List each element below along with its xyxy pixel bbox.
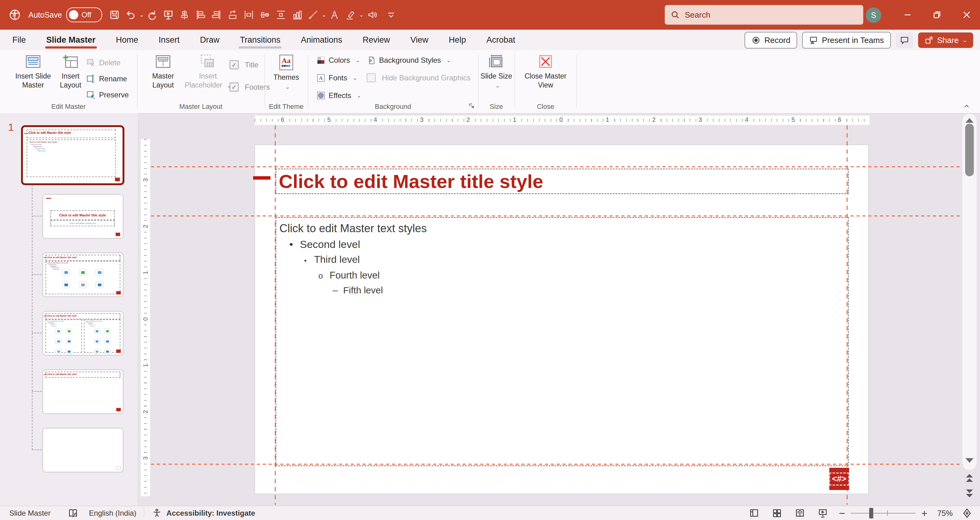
colors-button[interactable]: Colors⌄ [316,55,360,65]
effects-icon [316,91,326,100]
hide-background-graphics-checkbox[interactable]: ✓ Hide Background Graphics [367,73,471,82]
share-button[interactable]: Share ⌄ [918,32,973,48]
insert-layout-button[interactable]: Insert Layout [52,54,89,90]
insert-placeholder-button[interactable]: Insert Placeholder ⌄ [183,54,233,90]
previous-slide-button[interactable] [964,472,974,484]
body-level-2[interactable]: •Second level [290,238,848,251]
status-language[interactable]: English (India) [89,509,136,517]
line-dropdown-icon[interactable]: ⌄ [322,11,326,18]
distribute-vertical-icon[interactable] [273,7,289,23]
close-master-view-button[interactable]: Close Master View [519,54,572,90]
rename-button[interactable]: Rename [86,74,127,84]
customize-qat-icon[interactable] [383,7,399,23]
slide-number-placeholder[interactable]: <#> [829,468,849,490]
tab-file[interactable]: File [13,30,26,50]
scroll-down-arrow[interactable] [966,458,974,463]
status-accessibility[interactable]: Accessibility: Investigate [167,509,255,517]
master-title-text[interactable]: Click to edit Master title style [276,170,543,192]
minimize-button[interactable] [894,0,921,30]
body-placeholder[interactable]: Click to edit Master text styles •Second… [275,217,849,466]
guide-horizontal-title[interactable] [151,166,963,167]
zoom-slider-thumb[interactable] [869,508,873,518]
title-checkbox[interactable]: ✓ Title [230,60,258,69]
master-layout-button[interactable]: Master Layout [143,54,183,90]
body-level-1[interactable]: Click to edit Master text styles [279,222,848,235]
autosave-toggle[interactable]: Off [66,8,102,22]
align-middle-icon[interactable] [257,7,273,23]
tab-slide-master[interactable]: Slide Master [46,30,95,50]
themes-button[interactable]: Aa Themes ⌄ [266,54,307,90]
close-button[interactable] [953,0,980,30]
redo-icon[interactable] [144,7,160,23]
scroll-up-arrow[interactable] [966,118,974,123]
distribute-horizontal-icon[interactable] [241,7,257,23]
background-dialog-launcher[interactable] [468,102,477,111]
highlighter-icon[interactable] [342,7,359,23]
tab-home[interactable]: Home [116,30,138,50]
align-center-icon[interactable] [177,7,192,23]
draw-line-icon[interactable] [305,7,321,23]
slide-size-button[interactable]: Slide Size ⌄ [480,54,512,90]
slide-sorter-view-icon[interactable] [768,507,786,519]
effects-button[interactable]: Effects⌄ [316,91,361,100]
thumbnail-layout-title-slide[interactable]: Click to edit Master title style Click t… [42,194,124,239]
zoom-percentage[interactable]: 75% [933,509,953,518]
thumbnail-layout-two-content[interactable]: Click to edit Master title style Click t… [42,311,124,355]
fit-slide-to-window-icon[interactable] [958,507,976,519]
vertical-ruler[interactable]: 3210123 [141,139,150,496]
body-level-3[interactable]: ▪Third level [304,253,848,267]
scrollbar-thumb[interactable] [965,124,974,176]
highlighter-dropdown-icon[interactable]: ⌄ [359,11,364,18]
preserve-button[interactable]: Preserve [86,90,129,100]
column-chart-icon[interactable] [289,7,305,23]
rotate-text-up-icon[interactable] [225,7,241,23]
body-level-4[interactable]: oFourth level [318,269,848,282]
tab-insert[interactable]: Insert [159,30,180,50]
tab-acrobat[interactable]: Acrobat [487,30,515,50]
thumbnail-layout-title-only[interactable]: Click to edit Master title style [42,369,124,414]
tab-draw[interactable]: Draw [200,30,220,50]
align-right-icon[interactable] [208,7,225,23]
spellcheck-icon[interactable] [68,508,78,518]
tab-transitions[interactable]: Transitions [240,30,280,50]
body-level-5[interactable]: –Fifth level [332,284,848,296]
search-input[interactable] [684,10,858,20]
save-icon[interactable] [107,7,123,23]
collapse-ribbon-icon[interactable] [962,103,971,110]
thumbnail-layout-title-content[interactable]: Click to edit Master title style Click t… [42,252,124,297]
guide-horizontal-body[interactable] [151,216,963,216]
thumbnail-slide-master[interactable]: Click to edit Master title style Click t… [21,125,124,185]
next-slide-button[interactable] [964,488,974,499]
tab-view[interactable]: View [410,30,428,50]
horizontal-ruler[interactable]: 6543210123456 [255,116,870,125]
reading-view-icon[interactable] [791,507,808,519]
tab-animations[interactable]: Animations [301,30,342,50]
align-left-icon[interactable] [192,7,208,23]
search-box[interactable] [665,5,863,25]
read-aloud-icon[interactable] [364,7,380,23]
background-styles-button[interactable]: Background Styles⌄ [367,55,451,65]
font-icon[interactable] [326,7,342,23]
delete-button[interactable]: Delete [86,58,120,67]
record-button[interactable]: Record [745,32,797,49]
title-placeholder[interactable]: Click to edit Master title style [275,168,849,194]
insert-slide-master-button[interactable]: Insert Slide Master [10,54,56,90]
tab-review[interactable]: Review [363,30,390,50]
avatar[interactable]: S [866,8,881,23]
tab-help[interactable]: Help [449,30,466,50]
thumbnail-layout-blank[interactable] [42,428,124,472]
undo-icon[interactable] [123,7,138,23]
zoom-slider[interactable] [851,513,916,514]
zoom-in-button[interactable]: + [921,507,928,519]
start-slideshow-icon[interactable] [160,7,177,23]
slideshow-view-icon[interactable] [814,507,832,519]
status-view-name[interactable]: Slide Master [9,509,51,517]
zoom-out-button[interactable]: − [839,507,845,519]
comments-button[interactable] [896,32,913,48]
fonts-button[interactable]: A Fonts⌄ [316,73,357,82]
present-in-teams-button[interactable]: Present in Teams [802,32,891,49]
undo-dropdown-icon[interactable]: ⌄ [139,11,144,18]
footers-checkbox[interactable]: ✓ Footers [230,82,270,92]
restore-button[interactable] [924,0,950,30]
normal-view-icon[interactable] [745,507,763,519]
